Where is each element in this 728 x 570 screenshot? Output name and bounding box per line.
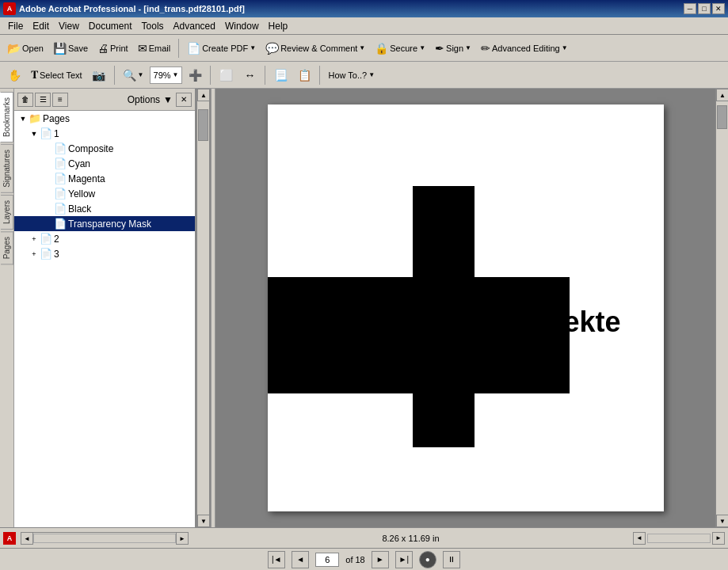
email-button[interactable]: ✉ Email — [134, 37, 175, 59]
open-button[interactable]: 📂 Open — [3, 37, 48, 59]
delete-button[interactable]: 🗑 — [17, 93, 33, 107]
pages-icon: 📁 — [29, 112, 41, 124]
scroll-down[interactable]: ▼ — [716, 515, 728, 527]
h-scroll-bar[interactable]: ◄ ► — [21, 532, 189, 545]
options-label[interactable]: Options — [128, 94, 160, 105]
print-button[interactable]: 🖨 Print — [93, 37, 132, 59]
menu-document[interactable]: Document — [84, 19, 137, 33]
list-view-button[interactable]: ☰ — [35, 93, 51, 107]
save-icon: 💾 — [53, 42, 67, 55]
menu-tools[interactable]: Tools — [137, 19, 169, 33]
advanced-editing-button[interactable]: ✏ Advanced Editing ▼ — [477, 37, 572, 59]
fit-page-icon: ⬜ — [219, 69, 233, 82]
create-pdf-button[interactable]: 📄 Create PDF ▼ — [183, 37, 260, 59]
signatures-tab[interactable]: Signatures — [1, 144, 13, 193]
page-canvas: Transpar Objekte — [268, 104, 664, 511]
text-transpar: Transpar — [273, 306, 393, 339]
email-icon: ✉ — [138, 42, 147, 55]
status-hscroll-track[interactable] — [647, 534, 711, 543]
tree-cyan[interactable]: 📄 Cyan — [14, 156, 195, 171]
right-scrollbar[interactable]: ▲ ▼ — [715, 89, 728, 527]
menu-file[interactable]: File — [3, 19, 28, 33]
continuous-button[interactable]: 📋 — [293, 64, 315, 86]
restore-button[interactable]: □ — [698, 3, 711, 14]
menu-edit[interactable]: Edit — [28, 19, 54, 33]
right-scroll-thumb[interactable] — [717, 105, 727, 129]
panel-scroll-track[interactable] — [197, 101, 209, 515]
pages-tab[interactable]: Pages — [1, 231, 13, 264]
fit-page-button[interactable]: ⬜ — [215, 64, 237, 86]
nav-play-button[interactable]: ● — [419, 551, 436, 568]
transparency-mask-label: Transparency Mask — [68, 218, 151, 230]
tree-black[interactable]: 📄 Black — [14, 201, 195, 216]
tree-container[interactable]: ▼ 📁 Pages ▼ 📄 1 📄 Composite — [14, 111, 195, 527]
left-tabs: Bookmarks Signatures Layers Pages — [0, 89, 14, 527]
zoom-arrow: ▼ — [173, 71, 179, 78]
secure-button[interactable]: 🔒 Secure ▼ — [371, 37, 429, 59]
menu-view[interactable]: View — [54, 19, 84, 33]
snapshot-button[interactable]: 📷 — [88, 64, 110, 86]
nav-prev-button[interactable]: ◄ — [292, 551, 309, 568]
page2-icon: 📄 — [40, 233, 52, 245]
hscroll-left[interactable]: ◄ — [21, 532, 33, 545]
zoom-in-button[interactable]: 🔍 ▼ — [119, 64, 148, 86]
panel-scroll-down[interactable]: ▼ — [197, 515, 210, 527]
nav-first-button[interactable]: |◄ — [268, 551, 285, 568]
toolbar2: ✋ 𝐓 Select Text 📷 🔍 ▼ 79% ▼ ➕ ⬜ ↔ 📃 📋 Ho… — [0, 62, 728, 89]
how-to-arrow: ▼ — [368, 71, 375, 78]
options-arrow: ▼ — [163, 94, 173, 105]
app-icon: A — [3, 2, 16, 15]
yellow-label: Yellow — [68, 188, 95, 200]
save-button[interactable]: 💾 Save — [49, 37, 92, 59]
how-to-button[interactable]: How To..? ▼ — [324, 64, 379, 86]
nav-next-button[interactable]: ► — [372, 551, 389, 568]
tree-pages-root[interactable]: ▼ 📁 Pages — [14, 111, 195, 126]
review-icon: 💬 — [265, 42, 279, 55]
document-area[interactable]: Transpar Objekte — [215, 89, 715, 527]
tree-view-button[interactable]: ≡ — [52, 93, 68, 107]
zoom-dropdown[interactable]: 79% ▼ — [150, 66, 183, 84]
review-button[interactable]: 💬 Review & Comment ▼ — [261, 37, 369, 59]
panel-scroll-thumb[interactable] — [198, 109, 208, 141]
tree-page2[interactable]: + 📄 2 — [14, 231, 195, 246]
status-size: 8.26 x 11.69 in — [382, 534, 439, 543]
hand-tool-button[interactable]: ✋ — [3, 64, 25, 86]
sign-button[interactable]: ✒ Sign ▼ — [431, 37, 475, 59]
close-button[interactable]: ✕ — [712, 3, 725, 14]
zoom-out-button[interactable]: ➕ — [184, 64, 206, 86]
fit-width-button[interactable]: ↔ — [238, 64, 261, 86]
review-arrow: ▼ — [359, 44, 365, 51]
minimize-button[interactable]: ─ — [684, 3, 696, 14]
hscroll-track[interactable] — [33, 534, 176, 543]
secure-arrow: ▼ — [419, 44, 425, 51]
nav-page-input[interactable] — [315, 553, 339, 567]
text-objekte: Objekte — [516, 306, 620, 339]
nav-last-button[interactable]: ►| — [395, 551, 413, 568]
status-hscroll-left[interactable]: ◄ — [633, 532, 646, 545]
menu-window[interactable]: Window — [220, 19, 264, 33]
cyan-expand — [43, 160, 54, 168]
hscroll-right[interactable]: ► — [176, 532, 189, 545]
tree-magenta[interactable]: 📄 Magenta — [14, 171, 195, 186]
status-hscroll-right[interactable]: ► — [712, 532, 725, 545]
tree-yellow[interactable]: 📄 Yellow — [14, 186, 195, 201]
tree-composite[interactable]: 📄 Composite — [14, 141, 195, 156]
menu-advanced[interactable]: Advanced — [169, 19, 220, 33]
scroll-up[interactable]: ▲ — [716, 89, 728, 101]
tree-transparency-mask[interactable]: 📄 Transparency Mask — [14, 216, 195, 231]
menu-help[interactable]: Help — [264, 19, 293, 33]
tree-page3[interactable]: + 📄 3 — [14, 246, 195, 261]
pages-expand: ▼ — [17, 115, 29, 123]
right-scroll-track[interactable] — [716, 101, 728, 515]
tree-page1[interactable]: ▼ 📄 1 — [14, 126, 195, 141]
bookmarks-tab[interactable]: Bookmarks — [0, 92, 13, 142]
zoom-out-icon: ➕ — [189, 69, 202, 82]
close-panel-button[interactable]: ✕ — [176, 93, 192, 107]
single-page-button[interactable]: 📃 — [269, 64, 292, 86]
panel-scrollbar[interactable]: ▲ ▼ — [196, 89, 209, 527]
select-text-button[interactable]: 𝐓 Select Text — [27, 64, 86, 86]
nav-pause-button[interactable]: ⏸ — [443, 551, 460, 568]
page2-label: 2 — [54, 234, 59, 245]
layers-tab[interactable]: Layers — [1, 195, 13, 230]
panel-scroll-up[interactable]: ▲ — [197, 89, 210, 101]
